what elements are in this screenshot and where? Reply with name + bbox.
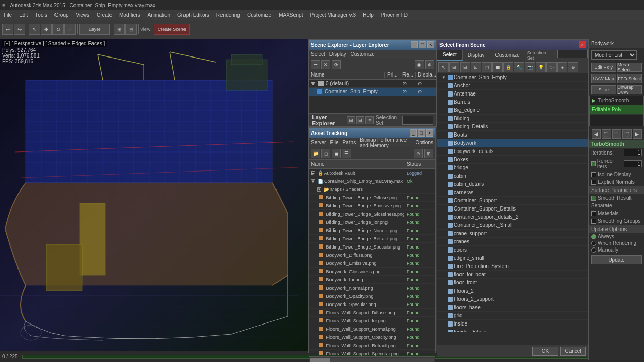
- stack-nav-4[interactable]: ⬚: [622, 129, 632, 139]
- at-texture-row[interactable]: Bodywork_Diffuse.png Found: [309, 251, 435, 259]
- sfs-list-item[interactable]: container_support_details_2: [437, 213, 588, 221]
- ffd-select-btn[interactable]: FFD Select: [617, 74, 642, 83]
- sfs-list-item[interactable]: Boats: [437, 131, 588, 139]
- stack-nav-1[interactable]: ◀: [592, 129, 601, 139]
- sfs-btn-9[interactable]: 📷: [525, 62, 535, 72]
- menu-display[interactable]: Display: [329, 51, 346, 57]
- sfs-list-item[interactable]: floor_for_boat: [437, 271, 588, 279]
- at-tool-4[interactable]: ☰: [342, 149, 351, 158]
- sfs-btn-5[interactable]: ◻: [482, 62, 492, 72]
- smoothing-groups-checkbox[interactable]: [591, 219, 596, 224]
- sfs-list-item[interactable]: cabin_details: [437, 180, 588, 188]
- sfs-btn-11[interactable]: ▷: [546, 62, 557, 72]
- at-restore-btn[interactable]: □: [418, 129, 425, 137]
- at-texture-row[interactable]: Bodywork_Normal.png Found: [309, 284, 435, 292]
- sfs-list-item[interactable]: ▼ Container_Ship_Empty: [437, 73, 588, 82]
- menu-modifiers[interactable]: Modifiers: [118, 12, 142, 18]
- at-tool-3[interactable]: ◼: [332, 149, 341, 158]
- smooth-result-checkbox[interactable]: [591, 196, 596, 201]
- at-menu-options[interactable]: Options: [416, 140, 433, 145]
- sfs-tab-customize[interactable]: Customize: [490, 50, 525, 61]
- select-btn[interactable]: ↖: [29, 24, 40, 35]
- materials-checkbox[interactable]: [591, 211, 596, 216]
- at-texture-row[interactable]: Bilding_Tower_Bridge_Specular.png Found: [309, 243, 435, 251]
- menu-graph[interactable]: Graph Editors: [176, 12, 211, 18]
- layer-row-default[interactable]: 0 (default) ⊙ ⊙: [309, 80, 436, 88]
- se-tool-2[interactable]: ✕: [321, 60, 330, 69]
- sfs-tab-display[interactable]: Display: [463, 50, 490, 61]
- at-texture-row[interactable]: Floors_Wall_Support_Refract.png Found: [309, 341, 435, 350]
- at-row-container[interactable]: ▼ 📄 Container_Ship_Empty_max.vray.max Ok: [309, 177, 435, 185]
- sfs-btn-7[interactable]: 🔒: [503, 62, 513, 72]
- sfs-selection-set-input[interactable]: [557, 50, 588, 58]
- at-close-btn[interactable]: ×: [426, 129, 433, 137]
- sfs-list-item[interactable]: grid: [437, 312, 588, 320]
- render-iters-checkbox[interactable]: [591, 161, 596, 166]
- at-texture-row[interactable]: Floors_Wall_Support_Normal.png Found: [309, 325, 435, 333]
- at-tool-6[interactable]: ⊞: [424, 149, 433, 158]
- menu-animation[interactable]: Animation: [146, 12, 172, 18]
- sfs-list-item[interactable]: cabin: [437, 172, 588, 180]
- render-btn[interactable]: Create Scene: [154, 24, 190, 35]
- at-texture-row[interactable]: Bilding_Tower_Bridge_Diffuse.png Found: [309, 194, 435, 202]
- at-texture-row[interactable]: Bilding_Tower_Bridge_Emissive.png Found: [309, 202, 435, 210]
- sfs-list-item[interactable]: Bilding_Details: [437, 123, 588, 131]
- sfs-list-item[interactable]: Big_edgine: [437, 106, 588, 115]
- at-texture-row[interactable]: Floors_Wall_Support_Opacity.png Found: [309, 333, 435, 341]
- at-texture-row[interactable]: Bodywork_Glossiness.png Found: [309, 268, 435, 276]
- menu-project[interactable]: Project Manager v.3: [308, 12, 357, 18]
- at-texture-row[interactable]: Bodywork_Specular.png Found: [309, 300, 435, 309]
- sfs-tab-select[interactable]: Select: [437, 50, 463, 61]
- stack-nav-3[interactable]: ⬚: [612, 129, 621, 139]
- unwrap-uvw-btn[interactable]: Unwrap UVW: [617, 85, 642, 94]
- explicit-normals-checkbox[interactable]: [591, 180, 596, 185]
- se-tool-4[interactable]: ◉: [415, 60, 424, 69]
- menu-views[interactable]: Views: [75, 12, 91, 18]
- sfs-list-item[interactable]: Container_Support_Details: [437, 205, 588, 213]
- le-btn-1[interactable]: ⊞: [347, 116, 355, 124]
- sfs-list-item[interactable]: Floors_2_support: [437, 295, 588, 303]
- menu-file[interactable]: File: [2, 12, 13, 18]
- stack-turbosmooth[interactable]: ▶ TurboSmooth: [590, 96, 643, 105]
- se-tool-1[interactable]: ☰: [311, 60, 320, 69]
- menu-help[interactable]: Help: [361, 12, 375, 18]
- stack-nav-5[interactable]: ▶: [633, 129, 642, 139]
- at-tool-5[interactable]: ⊕: [414, 149, 423, 158]
- surface-params-header[interactable]: Surface Parameters: [589, 186, 644, 194]
- at-tool-2[interactable]: ◻: [321, 149, 330, 158]
- stack-nav-2[interactable]: ⬚: [602, 129, 611, 139]
- sfs-list-item[interactable]: edgine_small: [437, 254, 588, 262]
- redo-btn[interactable]: ↪: [14, 24, 25, 35]
- at-texture-row[interactable]: Bodywork_Emissive.png Found: [309, 259, 435, 268]
- sfs-btn-4[interactable]: ⊡: [471, 62, 481, 72]
- sfs-list-item[interactable]: bodywork_details: [437, 147, 588, 156]
- sfs-list-item[interactable]: cranes: [437, 238, 588, 246]
- undo-btn[interactable]: ↩: [2, 24, 13, 35]
- menu-select[interactable]: Select: [311, 51, 325, 57]
- at-texture-row[interactable]: Bilding_Tower_Bridge_Glossiness.png Foun…: [309, 210, 435, 218]
- menu-customize-se[interactable]: Customize: [351, 51, 375, 57]
- sfs-btn-3[interactable]: ⊟: [460, 62, 470, 72]
- selection-set-input[interactable]: [402, 116, 433, 125]
- at-texture-row[interactable]: Bilding_Tower_Bridge_Refract.png Found: [309, 235, 435, 243]
- sfs-list-item[interactable]: Antennae: [437, 90, 588, 98]
- at-texture-row[interactable]: Bilding_Tower_Bridge_Normal.png Found: [309, 226, 435, 235]
- menu-rendering[interactable]: Rendering: [215, 12, 242, 18]
- sfs-list-item[interactable]: Boxes: [437, 156, 588, 164]
- move-btn[interactable]: ✥: [41, 24, 52, 35]
- sfs-list-item[interactable]: floors_base: [437, 303, 588, 312]
- modifier-list-dropdown[interactable]: Modifier List: [591, 50, 637, 60]
- at-texture-row[interactable]: Floors_Wall_Support_Ior.png Found: [309, 317, 435, 325]
- sfs-btn-10[interactable]: 💡: [536, 62, 546, 72]
- iterations-input[interactable]: [624, 149, 642, 156]
- sfs-btn-1[interactable]: ↖: [438, 62, 449, 72]
- sfs-list-item[interactable]: Container_Support_Small: [437, 221, 588, 230]
- sfs-btn-13[interactable]: ⊕: [568, 62, 578, 72]
- minimize-btn[interactable]: _: [411, 41, 418, 48]
- sfs-close-btn[interactable]: ×: [579, 41, 586, 48]
- menu-maxscript[interactable]: MAXScript: [277, 12, 304, 18]
- sfs-btn-12[interactable]: ◈: [557, 62, 567, 72]
- menu-phoenix[interactable]: Phoenix FD: [379, 12, 409, 18]
- update-btn[interactable]: Update: [591, 255, 642, 264]
- sfs-list-item[interactable]: Anchor: [437, 82, 588, 90]
